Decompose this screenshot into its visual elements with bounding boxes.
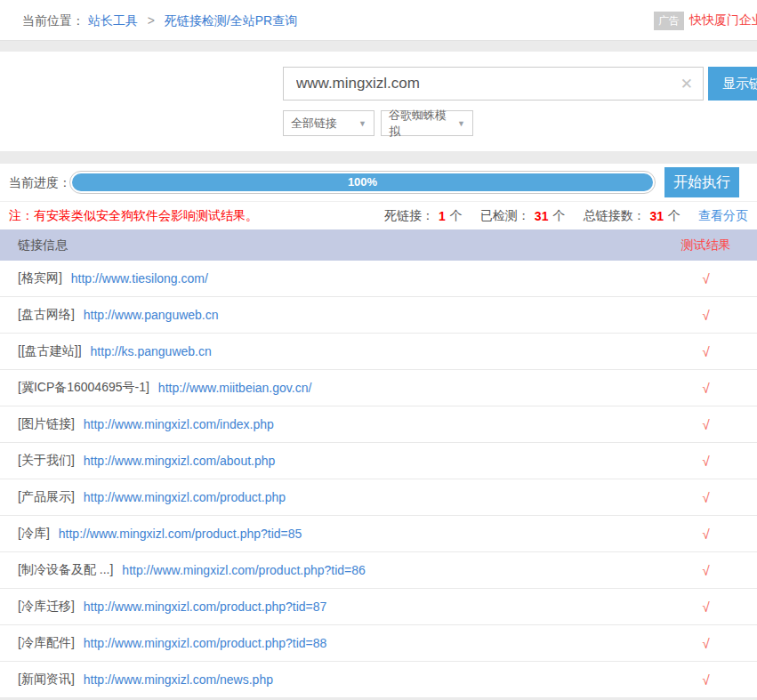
link-type-dropdown-label: 全部链接 — [291, 116, 337, 132]
link-name: [产品展示] — [18, 489, 75, 505]
stat-unit: 个 — [450, 208, 463, 224]
table-row: [制冷设备及配 ...] http://www.mingxizl.com/pro… — [0, 552, 757, 589]
link-url[interactable]: http://www.mingxizl.com/product.php?tid=… — [84, 599, 327, 614]
stat-dead-links: 死链接： 1 个 — [384, 208, 463, 224]
link-name: [制冷设备及配 ...] — [18, 562, 113, 578]
link-url[interactable]: http://www.mingxizl.com/news.php — [84, 672, 273, 687]
link-url[interactable]: http://www.mingxizl.com/product.php?tid=… — [59, 527, 302, 541]
link-type-dropdown[interactable]: 全部链接 ▼ — [283, 110, 374, 136]
link-name: [图片链接] — [18, 416, 75, 432]
link-url[interactable]: http://www.miitbeian.gov.cn/ — [158, 381, 311, 395]
spider-dropdown[interactable]: 谷歌蜘蛛模拟 ▼ — [381, 110, 473, 136]
ad-badge: 广告 — [654, 12, 684, 30]
result-check-icon: √ — [655, 381, 757, 396]
stat-total-links: 总链接数： 31 个 — [583, 208, 680, 224]
table-row: [盘古网络] http://www.panguweb.cn √ — [0, 297, 757, 334]
result-check-icon: √ — [655, 599, 757, 615]
stat-value: 1 — [439, 209, 446, 223]
link-url[interactable]: http://www.mingxizl.com/product.php — [84, 490, 286, 504]
show-links-button[interactable]: 显示链接 — [708, 67, 757, 101]
result-check-icon: √ — [655, 636, 757, 651]
view-pagination-link[interactable]: 查看分页 — [698, 208, 748, 224]
result-check-icon: √ — [655, 308, 757, 323]
stat-checked: 已检测： 31 个 — [480, 208, 566, 224]
column-header-test-result: 测试结果 — [655, 237, 757, 253]
breadcrumb-prefix: 当前位置： — [22, 13, 85, 28]
link-name: [[盘古建站]] — [18, 343, 82, 359]
link-table-body: [格宾网] http://www.tiesilong.com/ √ [盘古网络]… — [0, 261, 757, 698]
breadcrumb-link-home[interactable]: 站长工具 — [88, 13, 138, 28]
link-name: [关于我们] — [18, 453, 75, 469]
result-check-icon: √ — [655, 344, 757, 359]
table-row: [冷库配件] http://www.mingxizl.com/product.p… — [0, 625, 757, 662]
result-check-icon: √ — [655, 672, 757, 688]
link-name: [冷库配件] — [18, 635, 75, 651]
link-url[interactable]: http://www.mingxizl.com/index.php — [84, 417, 274, 431]
result-check-icon: √ — [655, 417, 757, 432]
progress-panel: 当前进度： 100% 开始执行 注：有安装类似安全狗软件会影响测试结果。 死链接… — [0, 164, 757, 229]
link-name: [冷库] — [18, 526, 50, 542]
result-check-icon: √ — [655, 271, 757, 286]
result-check-icon: √ — [655, 490, 757, 505]
progress-percent: 100% — [348, 175, 377, 189]
table-row: [冷库迁移] http://www.mingxizl.com/product.p… — [0, 589, 757, 625]
link-name: [冀ICP备16004695号-1] — [18, 380, 149, 396]
top-bar: 当前位置： 站长工具 > 死链接检测/全站PR查询 广告 快快厦门企业 — [0, 0, 757, 41]
table-row: [冀ICP备16004695号-1] http://www.miitbeian.… — [0, 370, 757, 406]
warning-note: 注：有安装类似安全狗软件会影响测试结果。 — [9, 208, 258, 224]
table-row: [新闻资讯] http://www.mingxizl.com/news.php … — [0, 662, 757, 698]
progress-bar: 100% — [69, 171, 656, 194]
stat-label: 总链接数： — [583, 208, 645, 224]
table-row: [关于我们] http://www.mingxizl.com/about.php… — [0, 443, 757, 479]
table-row: [格宾网] http://www.tiesilong.com/ √ — [0, 261, 757, 297]
spider-dropdown-label: 谷歌蜘蛛模拟 — [389, 108, 450, 140]
progress-fill: 100% — [72, 173, 653, 191]
link-url[interactable]: http://www.tiesilong.com/ — [71, 271, 208, 286]
note-row: 注：有安装类似安全狗软件会影响测试结果。 死链接： 1 个 已检测： 31 个 … — [0, 201, 757, 229]
table-header: 链接信息 测试结果 — [0, 229, 757, 261]
section-gap — [0, 41, 757, 52]
ad-link[interactable]: 快快厦门企业 — [689, 12, 757, 28]
link-name: [新闻资讯] — [18, 672, 75, 688]
result-check-icon: √ — [655, 527, 757, 542]
link-url[interactable]: http://www.mingxizl.com/product.php?tid=… — [84, 636, 327, 650]
stat-unit: 个 — [668, 208, 680, 224]
url-input-wrap: ✕ — [283, 67, 704, 101]
stats: 死链接： 1 个 已检测： 31 个 总链接数： 31 个 查看分页 — [384, 208, 748, 224]
result-check-icon: √ — [655, 563, 757, 578]
link-url[interactable]: http://www.mingxizl.com/product.php?tid=… — [122, 563, 366, 577]
section-gap — [0, 151, 757, 164]
link-name: [盘古网络] — [18, 307, 75, 323]
stat-label: 死链接： — [384, 208, 434, 224]
search-panel: ✕ 显示链接 全部链接 ▼ 谷歌蜘蛛模拟 ▼ — [0, 52, 757, 151]
chevron-down-icon: ▼ — [450, 119, 465, 128]
table-row: [[盘古建站]] http://ks.panguweb.cn √ — [0, 334, 757, 370]
breadcrumb-link-tool[interactable]: 死链接检测/全站PR查询 — [165, 13, 297, 28]
stat-value: 31 — [535, 209, 549, 223]
stat-value: 31 — [649, 209, 664, 223]
table-row: [冷库] http://www.mingxizl.com/product.php… — [0, 516, 757, 552]
url-input[interactable] — [283, 67, 704, 101]
link-name: [冷库迁移] — [18, 599, 75, 615]
start-button[interactable]: 开始执行 — [664, 167, 739, 197]
stat-label: 已检测： — [480, 208, 530, 224]
stat-unit: 个 — [552, 208, 565, 224]
link-url[interactable]: http://www.panguweb.cn — [84, 308, 219, 322]
result-check-icon: √ — [655, 454, 757, 469]
clear-icon[interactable]: ✕ — [680, 76, 693, 92]
breadcrumb: 当前位置： 站长工具 > 死链接检测/全站PR查询 — [22, 0, 297, 41]
ad-banner: 广告 快快厦门企业 — [654, 0, 757, 41]
table-row: [产品展示] http://www.mingxizl.com/product.p… — [0, 479, 757, 516]
link-name: [格宾网] — [18, 270, 62, 286]
breadcrumb-separator: > — [148, 13, 155, 28]
chevron-down-icon: ▼ — [351, 119, 366, 128]
link-url[interactable]: http://www.mingxizl.com/about.php — [84, 454, 276, 468]
progress-label: 当前进度： — [9, 164, 71, 201]
column-header-link-info: 链接信息 — [0, 237, 655, 253]
table-row: [图片链接] http://www.mingxizl.com/index.php… — [0, 406, 757, 443]
link-url[interactable]: http://ks.panguweb.cn — [91, 344, 212, 358]
